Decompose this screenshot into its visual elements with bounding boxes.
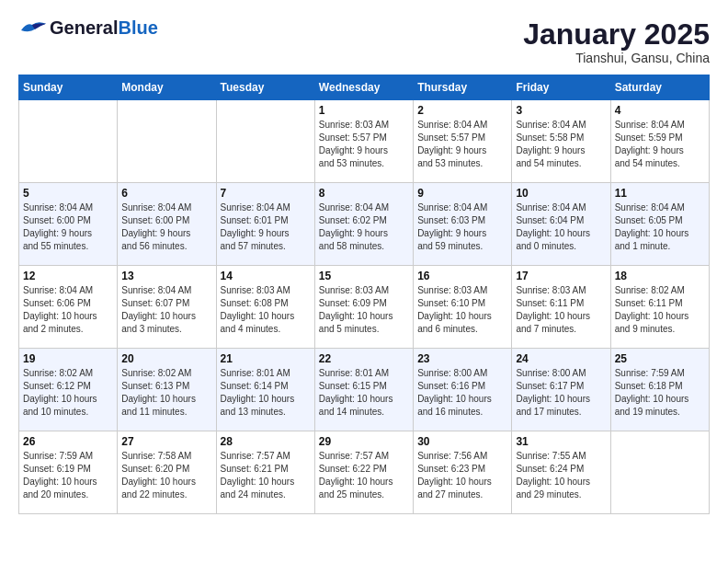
logo-text: GeneralBlue (50, 18, 158, 37)
calendar-table: Sunday Monday Tuesday Wednesday Thursday… (18, 75, 710, 514)
calendar-cell: 11Sunrise: 8:04 AM Sunset: 6:05 PM Dayli… (610, 183, 709, 266)
day-number: 8 (319, 187, 409, 200)
day-number: 17 (516, 270, 606, 282)
day-info: Sunrise: 8:04 AM Sunset: 5:58 PM Dayligh… (516, 119, 606, 170)
calendar-cell: 5Sunrise: 8:04 AM Sunset: 6:00 PM Daylig… (19, 183, 118, 266)
day-number: 10 (516, 187, 606, 200)
day-number: 28 (221, 435, 311, 448)
day-info: Sunrise: 7:57 AM Sunset: 6:21 PM Dayligh… (221, 450, 311, 501)
calendar-cell (216, 100, 314, 183)
day-info: Sunrise: 8:04 AM Sunset: 6:00 PM Dayligh… (121, 201, 211, 253)
day-info: Sunrise: 7:56 AM Sunset: 6:23 PM Dayligh… (417, 450, 507, 501)
day-number: 21 (221, 352, 311, 365)
calendar-cell: 17Sunrise: 8:03 AM Sunset: 6:11 PM Dayli… (512, 266, 610, 349)
calendar-cell: 21Sunrise: 8:01 AM Sunset: 6:14 PM Dayli… (216, 349, 314, 431)
day-info: Sunrise: 8:02 AM Sunset: 6:11 PM Dayligh… (615, 284, 705, 336)
col-thursday: Thursday (414, 75, 512, 100)
calendar-cell: 31Sunrise: 7:55 AM Sunset: 6:24 PM Dayli… (512, 431, 610, 514)
day-info: Sunrise: 8:00 AM Sunset: 6:16 PM Dayligh… (417, 367, 507, 419)
page-header: GeneralBlue January 2025 Tianshui, Gansu… (18, 18, 710, 65)
day-number: 13 (121, 270, 211, 282)
calendar-body: 1Sunrise: 8:03 AM Sunset: 5:57 PM Daylig… (19, 100, 710, 514)
calendar-cell: 28Sunrise: 7:57 AM Sunset: 6:21 PM Dayli… (216, 431, 314, 514)
calendar-subtitle: Tianshui, Gansu, China (523, 51, 710, 65)
calendar-cell: 27Sunrise: 7:58 AM Sunset: 6:20 PM Dayli… (118, 431, 216, 514)
day-number: 23 (417, 352, 507, 365)
day-info: Sunrise: 8:02 AM Sunset: 6:12 PM Dayligh… (23, 367, 113, 419)
day-number: 9 (417, 187, 507, 200)
day-number: 29 (319, 435, 409, 448)
day-number: 7 (221, 187, 311, 200)
calendar-cell: 26Sunrise: 7:59 AM Sunset: 6:19 PM Dayli… (19, 431, 118, 514)
day-number: 3 (516, 104, 606, 117)
calendar-cell: 3Sunrise: 8:04 AM Sunset: 5:58 PM Daylig… (512, 100, 610, 183)
col-sunday: Sunday (19, 75, 118, 100)
day-info: Sunrise: 8:04 AM Sunset: 6:07 PM Dayligh… (121, 284, 211, 336)
day-info: Sunrise: 8:03 AM Sunset: 5:57 PM Dayligh… (319, 119, 409, 170)
calendar-cell: 4Sunrise: 8:04 AM Sunset: 5:59 PM Daylig… (610, 100, 709, 183)
day-info: Sunrise: 8:03 AM Sunset: 6:10 PM Dayligh… (417, 284, 507, 336)
day-info: Sunrise: 7:57 AM Sunset: 6:22 PM Dayligh… (319, 450, 409, 501)
calendar-week-row: 12Sunrise: 8:04 AM Sunset: 6:06 PM Dayli… (19, 266, 710, 349)
calendar-cell: 16Sunrise: 8:03 AM Sunset: 6:10 PM Dayli… (414, 266, 512, 349)
day-info: Sunrise: 8:01 AM Sunset: 6:15 PM Dayligh… (319, 367, 409, 419)
day-number: 20 (121, 352, 211, 365)
day-number: 16 (417, 270, 507, 282)
day-info: Sunrise: 8:04 AM Sunset: 6:02 PM Dayligh… (319, 201, 409, 253)
calendar-cell (19, 100, 118, 183)
calendar-cell: 22Sunrise: 8:01 AM Sunset: 6:15 PM Dayli… (314, 349, 413, 431)
day-info: Sunrise: 8:03 AM Sunset: 6:08 PM Dayligh… (221, 284, 311, 336)
day-info: Sunrise: 8:00 AM Sunset: 6:17 PM Dayligh… (516, 367, 606, 419)
calendar-cell: 13Sunrise: 8:04 AM Sunset: 6:07 PM Dayli… (118, 266, 216, 349)
day-number: 15 (319, 270, 409, 282)
logo-bird-icon (18, 18, 46, 37)
calendar-cell: 6Sunrise: 8:04 AM Sunset: 6:00 PM Daylig… (118, 183, 216, 266)
day-number: 26 (23, 435, 113, 448)
calendar-week-row: 26Sunrise: 7:59 AM Sunset: 6:19 PM Dayli… (19, 431, 710, 514)
calendar-cell (610, 431, 709, 514)
col-saturday: Saturday (610, 75, 709, 100)
calendar-cell: 20Sunrise: 8:02 AM Sunset: 6:13 PM Dayli… (118, 349, 216, 431)
day-info: Sunrise: 8:04 AM Sunset: 6:03 PM Dayligh… (417, 201, 507, 253)
col-monday: Monday (118, 75, 216, 100)
calendar-cell: 8Sunrise: 8:04 AM Sunset: 6:02 PM Daylig… (314, 183, 413, 266)
day-number: 24 (516, 352, 606, 365)
calendar-cell: 29Sunrise: 7:57 AM Sunset: 6:22 PM Dayli… (314, 431, 413, 514)
day-info: Sunrise: 8:04 AM Sunset: 6:00 PM Dayligh… (23, 201, 113, 253)
calendar-week-row: 5Sunrise: 8:04 AM Sunset: 6:00 PM Daylig… (19, 183, 710, 266)
day-number: 31 (516, 435, 606, 448)
day-number: 1 (319, 104, 409, 117)
day-info: Sunrise: 7:59 AM Sunset: 6:18 PM Dayligh… (615, 367, 705, 419)
logo: GeneralBlue (18, 18, 158, 37)
day-info: Sunrise: 8:03 AM Sunset: 6:09 PM Dayligh… (319, 284, 409, 336)
day-info: Sunrise: 8:03 AM Sunset: 6:11 PM Dayligh… (516, 284, 606, 336)
calendar-title: January 2025 (523, 18, 710, 51)
day-info: Sunrise: 7:55 AM Sunset: 6:24 PM Dayligh… (516, 450, 606, 501)
day-info: Sunrise: 8:04 AM Sunset: 5:59 PM Dayligh… (615, 119, 705, 170)
calendar-cell: 15Sunrise: 8:03 AM Sunset: 6:09 PM Dayli… (314, 266, 413, 349)
col-friday: Friday (512, 75, 610, 100)
calendar-cell: 14Sunrise: 8:03 AM Sunset: 6:08 PM Dayli… (216, 266, 314, 349)
calendar-cell: 18Sunrise: 8:02 AM Sunset: 6:11 PM Dayli… (610, 266, 709, 349)
day-number: 27 (121, 435, 211, 448)
calendar-cell: 25Sunrise: 7:59 AM Sunset: 6:18 PM Dayli… (610, 349, 709, 431)
calendar-week-row: 1Sunrise: 8:03 AM Sunset: 5:57 PM Daylig… (19, 100, 710, 183)
day-number: 19 (23, 352, 113, 365)
calendar-cell: 23Sunrise: 8:00 AM Sunset: 6:16 PM Dayli… (414, 349, 512, 431)
calendar-cell (118, 100, 216, 183)
day-number: 12 (23, 270, 113, 282)
day-number: 5 (23, 187, 113, 200)
day-number: 6 (121, 187, 211, 200)
calendar-cell: 24Sunrise: 8:00 AM Sunset: 6:17 PM Dayli… (512, 349, 610, 431)
title-section: January 2025 Tianshui, Gansu, China (523, 18, 710, 65)
calendar-cell: 19Sunrise: 8:02 AM Sunset: 6:12 PM Dayli… (19, 349, 118, 431)
day-info: Sunrise: 8:04 AM Sunset: 6:06 PM Dayligh… (23, 284, 113, 336)
col-wednesday: Wednesday (314, 75, 413, 100)
day-number: 25 (615, 352, 705, 365)
day-info: Sunrise: 8:04 AM Sunset: 6:04 PM Dayligh… (516, 201, 606, 253)
calendar-cell: 10Sunrise: 8:04 AM Sunset: 6:04 PM Dayli… (512, 183, 610, 266)
day-info: Sunrise: 8:02 AM Sunset: 6:13 PM Dayligh… (121, 367, 211, 419)
day-number: 2 (417, 104, 507, 117)
day-number: 30 (417, 435, 507, 448)
day-number: 11 (615, 187, 705, 200)
